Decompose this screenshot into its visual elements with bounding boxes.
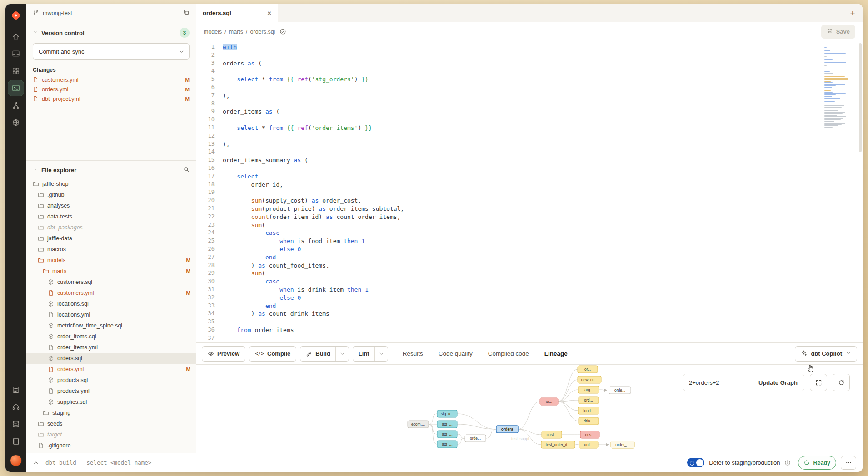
command-input[interactable]: dbt build --select <model_name>: [45, 459, 151, 466]
tree-folder-target[interactable]: target: [26, 429, 196, 440]
code-line-16[interactable]: 16: [196, 164, 863, 173]
search-icon[interactable]: [183, 166, 190, 174]
new-tab-button[interactable]: +: [843, 4, 863, 22]
code-line-31[interactable]: 31 when is_drink_item then 1: [196, 286, 863, 294]
tree-file-orders-sql[interactable]: orders.sql: [26, 353, 196, 364]
tree-folder-seeds[interactable]: seeds: [26, 418, 196, 429]
tree-folder-jaffle-data[interactable]: jaffle-data: [26, 233, 196, 244]
nav-book[interactable]: [8, 434, 24, 449]
tab-orders-sql[interactable]: orders.sql ×: [196, 4, 278, 22]
tree-folder-dbt-packages[interactable]: dbt_packages: [26, 222, 196, 233]
preview-button[interactable]: Preview: [202, 346, 245, 362]
lineage-node-stg_2[interactable]: stg_...: [437, 431, 457, 438]
nav-inbox[interactable]: [8, 46, 24, 61]
file-sync-icon[interactable]: [279, 28, 286, 35]
lineage-node-ord_1[interactable]: ord...: [579, 397, 599, 404]
tree-folder-models[interactable]: modelsM: [26, 255, 196, 266]
lineage-node-stg_3[interactable]: stg_...: [437, 441, 457, 448]
user-avatar[interactable]: [10, 455, 22, 466]
tree-file-order-items-yml[interactable]: order_items.yml: [26, 342, 196, 353]
lineage-node-food[interactable]: food...: [578, 407, 599, 414]
tree-folder-data-tests[interactable]: data-tests: [26, 211, 196, 222]
info-icon[interactable]: [784, 460, 791, 466]
tab-code-quality[interactable]: Code quality: [439, 343, 473, 364]
code-line-10[interactable]: 10: [196, 116, 863, 124]
search-icon[interactable]: [183, 166, 190, 173]
code-line-6[interactable]: 6: [196, 84, 863, 92]
copy-branch-icon[interactable]: [183, 9, 190, 17]
tab-compiled-code[interactable]: Compiled code: [488, 343, 529, 364]
code-line-2[interactable]: 2: [196, 51, 863, 60]
code-line-12[interactable]: 12: [196, 132, 863, 140]
commit-and-sync-button[interactable]: Commit and sync: [33, 43, 190, 60]
lineage-node-stg_o[interactable]: stg_o...: [437, 410, 457, 417]
code-line-19[interactable]: 19: [196, 188, 863, 197]
lineage-node-or_p[interactable]: or...: [540, 398, 558, 405]
build-button[interactable]: Build: [300, 346, 349, 362]
lint-button[interactable]: Lint: [353, 346, 388, 362]
lineage-node-orde_top[interactable]: orde...: [609, 387, 631, 394]
code-line-24[interactable]: 24 case: [196, 229, 863, 237]
breadcrumb-item[interactable]: marts: [229, 29, 243, 35]
copy-branch-icon[interactable]: [183, 9, 190, 15]
nav-headset[interactable]: [8, 399, 24, 415]
tree-file-orders-yml[interactable]: orders.ymlM: [26, 364, 196, 375]
lineage-node-ord_2[interactable]: ord...: [579, 441, 598, 448]
compile-button[interactable]: </>Compile: [249, 346, 296, 362]
code-line-36[interactable]: 36 from order_items: [196, 326, 863, 334]
code-line-37[interactable]: 37: [196, 334, 863, 342]
code-line-32[interactable]: 32 else 0: [196, 294, 863, 302]
more-options-button[interactable]: [841, 456, 856, 470]
lint-dropdown-icon[interactable]: [374, 347, 388, 361]
tree-file-products-sql[interactable]: products.sql: [26, 375, 196, 386]
code-line-15[interactable]: 15order_items_summary as (: [196, 156, 863, 164]
code-line-33[interactable]: 33 end: [196, 302, 863, 310]
tree-file-metricflow-time-spine-sql[interactable]: metricflow_time_spine.sql: [26, 320, 196, 331]
code-line-29[interactable]: 29 sum(: [196, 269, 863, 278]
fullscreen-button[interactable]: [810, 374, 827, 391]
tree-file-customers-yml[interactable]: customers.ymlM: [26, 288, 196, 298]
nav-globe[interactable]: [8, 115, 24, 130]
info-icon[interactable]: [784, 460, 791, 466]
code-editor[interactable]: 1with23orders as (45 select * from {{ re…: [196, 41, 863, 342]
expand-panel-button[interactable]: [33, 460, 39, 466]
tree-folder-marts[interactable]: martsM: [26, 266, 196, 277]
tree-file-locations-yml[interactable]: locations.yml: [26, 309, 196, 320]
tab-results[interactable]: Results: [403, 343, 423, 364]
tree-folder-macros[interactable]: macros: [26, 244, 196, 255]
minimap[interactable]: [824, 47, 851, 135]
build-dropdown-icon[interactable]: [335, 347, 349, 361]
commit-dropdown-icon[interactable]: [174, 44, 189, 59]
lineage-node-new_cu[interactable]: new_cu...: [578, 376, 601, 383]
refresh-graph-button[interactable]: [833, 374, 850, 391]
code-line-5[interactable]: 5 select * from {{ ref('stg_orders') }}: [196, 75, 863, 84]
lineage-node-cust[interactable]: cust...: [542, 431, 562, 438]
version-control-header[interactable]: Version control 3: [26, 22, 196, 41]
defer-toggle[interactable]: [687, 458, 704, 467]
changed-file-customers-yml[interactable]: customers.ymlM: [26, 75, 196, 84]
changed-file-orders-yml[interactable]: orders.ymlM: [26, 84, 196, 94]
tree-file-gitignore[interactable]: .gitignore: [26, 440, 196, 451]
tree-folder-staging[interactable]: staging: [26, 407, 196, 418]
code-line-26[interactable]: 26 else 0: [196, 245, 863, 253]
lineage-node-test_order[interactable]: test_order_it...: [541, 441, 575, 448]
editor-scrollbar[interactable]: [858, 41, 863, 342]
close-tab-icon[interactable]: ×: [267, 10, 271, 16]
lineage-node-orders[interactable]: orders: [496, 426, 518, 433]
lineage-node-drin[interactable]: drin...: [579, 417, 599, 425]
nav-stack[interactable]: [8, 416, 24, 432]
tab-lineage[interactable]: Lineage: [544, 343, 568, 364]
changed-file-dbt-project-yml[interactable]: dbt_project.ymlM: [26, 94, 196, 104]
nav-home[interactable]: [8, 29, 24, 44]
code-line-11[interactable]: 11 select * from {{ ref('order_items') }…: [196, 124, 863, 132]
code-line-34[interactable]: 34 ) as count_drink_items: [196, 310, 863, 318]
code-line-27[interactable]: 27 end: [196, 253, 863, 262]
save-button[interactable]: Save: [821, 25, 855, 39]
code-line-14[interactable]: 14: [196, 148, 863, 156]
nav-grid[interactable]: [8, 63, 24, 79]
file-explorer-header[interactable]: File explorer: [26, 161, 196, 178]
tree-folder-analyses[interactable]: analyses: [26, 200, 196, 211]
tree-file-products-yml[interactable]: products.yml: [26, 386, 196, 397]
code-line-30[interactable]: 30 case: [196, 278, 863, 286]
branch-selector[interactable]: mwong-test: [26, 4, 196, 22]
